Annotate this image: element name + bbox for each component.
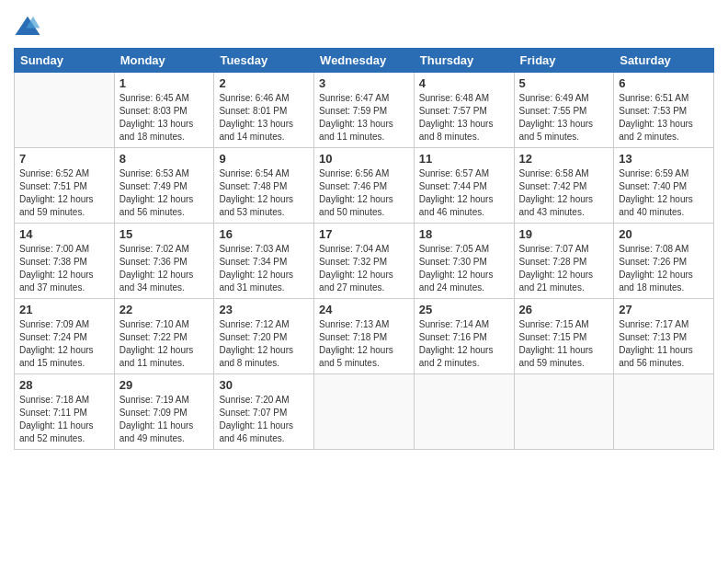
day-number: 10 <box>319 152 409 166</box>
weekday-tuesday: Tuesday <box>214 49 314 73</box>
day-number: 29 <box>119 378 210 392</box>
calendar-cell: 24Sunrise: 7:13 AMSunset: 7:18 PMDayligh… <box>314 299 415 374</box>
day-number: 22 <box>119 303 210 316</box>
day-info: Sunrise: 7:10 AMSunset: 7:22 PMDaylight:… <box>119 318 210 370</box>
weekday-thursday: Thursday <box>414 49 514 73</box>
day-info: Sunrise: 6:59 AMSunset: 7:40 PMDaylight:… <box>619 167 709 219</box>
calendar-cell: 4Sunrise: 6:48 AMSunset: 7:57 PMDaylight… <box>414 73 514 148</box>
day-number: 15 <box>119 227 210 241</box>
day-info: Sunrise: 7:17 AMSunset: 7:13 PMDaylight:… <box>619 318 709 370</box>
calendar-cell: 13Sunrise: 6:59 AMSunset: 7:40 PMDayligh… <box>614 148 714 224</box>
week-row-3: 21Sunrise: 7:09 AMSunset: 7:24 PMDayligh… <box>15 299 714 374</box>
day-number: 26 <box>519 303 609 316</box>
calendar-cell: 25Sunrise: 7:14 AMSunset: 7:16 PMDayligh… <box>414 299 514 374</box>
day-number: 9 <box>219 152 309 166</box>
calendar-cell: 9Sunrise: 6:54 AMSunset: 7:48 PMDaylight… <box>214 148 314 224</box>
calendar-cell <box>314 374 415 450</box>
calendar-cell: 23Sunrise: 7:12 AMSunset: 7:20 PMDayligh… <box>214 299 314 374</box>
day-info: Sunrise: 6:48 AMSunset: 7:57 PMDaylight:… <box>419 92 509 144</box>
day-info: Sunrise: 7:02 AMSunset: 7:36 PMDaylight:… <box>119 243 210 294</box>
day-info: Sunrise: 7:14 AMSunset: 7:16 PMDaylight:… <box>419 318 509 370</box>
day-number: 14 <box>19 227 109 241</box>
day-info: Sunrise: 7:04 AMSunset: 7:32 PMDaylight:… <box>319 243 409 294</box>
day-number: 12 <box>519 152 609 166</box>
day-number: 5 <box>519 76 609 90</box>
calendar-cell: 17Sunrise: 7:04 AMSunset: 7:32 PMDayligh… <box>314 224 415 299</box>
calendar-cell: 16Sunrise: 7:03 AMSunset: 7:34 PMDayligh… <box>214 224 314 299</box>
day-number: 30 <box>219 378 309 392</box>
day-number: 11 <box>419 152 509 166</box>
calendar-cell: 22Sunrise: 7:10 AMSunset: 7:22 PMDayligh… <box>114 299 214 374</box>
calendar-cell: 28Sunrise: 7:18 AMSunset: 7:11 PMDayligh… <box>15 374 115 450</box>
day-info: Sunrise: 7:07 AMSunset: 7:28 PMDaylight:… <box>519 243 609 294</box>
week-row-0: 1Sunrise: 6:45 AMSunset: 8:03 PMDaylight… <box>15 73 714 148</box>
week-row-4: 28Sunrise: 7:18 AMSunset: 7:11 PMDayligh… <box>15 374 714 450</box>
calendar-table: SundayMondayTuesdayWednesdayThursdayFrid… <box>14 48 714 450</box>
calendar-cell: 19Sunrise: 7:07 AMSunset: 7:28 PMDayligh… <box>514 224 614 299</box>
day-number: 3 <box>319 76 409 90</box>
day-number: 19 <box>519 227 609 241</box>
day-info: Sunrise: 7:03 AMSunset: 7:34 PMDaylight:… <box>219 243 309 294</box>
calendar-cell: 20Sunrise: 7:08 AMSunset: 7:26 PMDayligh… <box>614 224 714 299</box>
calendar-cell: 6Sunrise: 6:51 AMSunset: 7:53 PMDaylight… <box>614 73 714 148</box>
calendar-cell: 3Sunrise: 6:47 AMSunset: 7:59 PMDaylight… <box>314 73 415 148</box>
calendar-cell: 15Sunrise: 7:02 AMSunset: 7:36 PMDayligh… <box>114 224 214 299</box>
calendar-cell: 10Sunrise: 6:56 AMSunset: 7:46 PMDayligh… <box>314 148 415 224</box>
calendar-cell: 30Sunrise: 7:20 AMSunset: 7:07 PMDayligh… <box>214 374 314 450</box>
day-info: Sunrise: 6:47 AMSunset: 7:59 PMDaylight:… <box>319 92 409 144</box>
calendar-cell: 7Sunrise: 6:52 AMSunset: 7:51 PMDaylight… <box>15 148 115 224</box>
calendar-cell <box>514 374 614 450</box>
day-info: Sunrise: 7:00 AMSunset: 7:38 PMDaylight:… <box>19 243 109 294</box>
calendar-cell: 5Sunrise: 6:49 AMSunset: 7:55 PMDaylight… <box>514 73 614 148</box>
calendar-cell: 26Sunrise: 7:15 AMSunset: 7:15 PMDayligh… <box>514 299 614 374</box>
day-number: 24 <box>319 303 409 316</box>
logo <box>14 13 45 40</box>
calendar-cell: 18Sunrise: 7:05 AMSunset: 7:30 PMDayligh… <box>414 224 514 299</box>
day-info: Sunrise: 7:19 AMSunset: 7:09 PMDaylight:… <box>119 394 210 445</box>
day-number: 23 <box>219 303 309 316</box>
day-info: Sunrise: 7:15 AMSunset: 7:15 PMDaylight:… <box>519 318 609 370</box>
weekday-header-row: SundayMondayTuesdayWednesdayThursdayFrid… <box>15 49 714 73</box>
day-info: Sunrise: 7:08 AMSunset: 7:26 PMDaylight:… <box>619 243 709 294</box>
day-info: Sunrise: 7:20 AMSunset: 7:07 PMDaylight:… <box>219 394 309 445</box>
day-info: Sunrise: 7:09 AMSunset: 7:24 PMDaylight:… <box>19 318 109 370</box>
day-info: Sunrise: 6:53 AMSunset: 7:49 PMDaylight:… <box>119 167 210 219</box>
day-number: 16 <box>219 227 309 241</box>
calendar-cell: 27Sunrise: 7:17 AMSunset: 7:13 PMDayligh… <box>614 299 714 374</box>
week-row-2: 14Sunrise: 7:00 AMSunset: 7:38 PMDayligh… <box>15 224 714 299</box>
day-info: Sunrise: 6:54 AMSunset: 7:48 PMDaylight:… <box>219 167 309 219</box>
day-info: Sunrise: 7:13 AMSunset: 7:18 PMDaylight:… <box>319 318 409 370</box>
weekday-monday: Monday <box>114 49 214 73</box>
day-number: 28 <box>19 378 109 392</box>
page-container: SundayMondayTuesdayWednesdayThursdayFrid… <box>0 0 728 563</box>
weekday-sunday: Sunday <box>15 49 115 73</box>
day-info: Sunrise: 6:51 AMSunset: 7:53 PMDaylight:… <box>619 92 709 144</box>
calendar-cell <box>15 73 115 148</box>
calendar-cell: 1Sunrise: 6:45 AMSunset: 8:03 PMDaylight… <box>114 73 214 148</box>
day-info: Sunrise: 7:05 AMSunset: 7:30 PMDaylight:… <box>419 243 509 294</box>
day-info: Sunrise: 6:45 AMSunset: 8:03 PMDaylight:… <box>119 92 210 144</box>
day-info: Sunrise: 6:58 AMSunset: 7:42 PMDaylight:… <box>519 167 609 219</box>
day-number: 21 <box>19 303 109 316</box>
day-number: 27 <box>619 303 709 316</box>
day-number: 18 <box>419 227 509 241</box>
day-number: 20 <box>619 227 709 241</box>
day-number: 4 <box>419 76 509 90</box>
calendar-cell: 29Sunrise: 7:19 AMSunset: 7:09 PMDayligh… <box>114 374 214 450</box>
calendar-cell <box>614 374 714 450</box>
day-number: 2 <box>219 76 309 90</box>
calendar-cell: 21Sunrise: 7:09 AMSunset: 7:24 PMDayligh… <box>15 299 115 374</box>
calendar-cell: 12Sunrise: 6:58 AMSunset: 7:42 PMDayligh… <box>514 148 614 224</box>
calendar-cell: 2Sunrise: 6:46 AMSunset: 8:01 PMDaylight… <box>214 73 314 148</box>
logo-icon <box>14 13 41 40</box>
weekday-friday: Friday <box>514 49 614 73</box>
day-info: Sunrise: 6:46 AMSunset: 8:01 PMDaylight:… <box>219 92 309 144</box>
calendar-cell <box>414 374 514 450</box>
calendar-cell: 14Sunrise: 7:00 AMSunset: 7:38 PMDayligh… <box>15 224 115 299</box>
day-number: 6 <box>619 76 709 90</box>
day-info: Sunrise: 7:18 AMSunset: 7:11 PMDaylight:… <box>19 394 109 445</box>
day-number: 8 <box>119 152 210 166</box>
day-number: 13 <box>619 152 709 166</box>
day-number: 7 <box>19 152 109 166</box>
day-number: 1 <box>119 76 210 90</box>
